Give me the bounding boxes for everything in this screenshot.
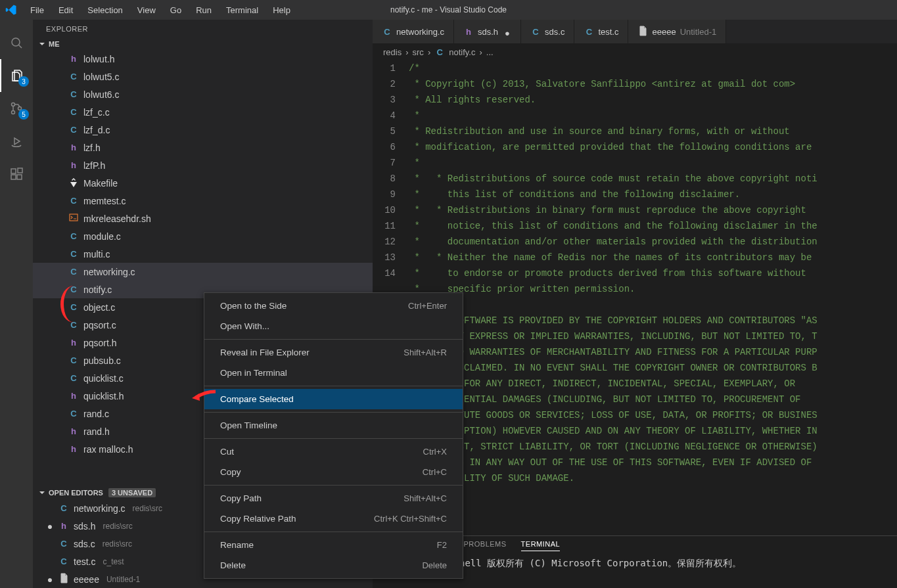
c-file-icon: C: [68, 107, 79, 117]
c-file-icon: C: [584, 27, 594, 37]
file-name-label: memtest.c: [83, 196, 126, 206]
breadcrumb-separator-icon: ›: [479, 47, 482, 57]
context-menu-item[interactable]: Reveal in File ExplorerShift+Alt+R: [204, 342, 463, 363]
c-file-icon: C: [68, 409, 79, 418]
annotation-red-arc: [60, 286, 87, 323]
file-item[interactable]: Cmodule.c: [33, 227, 373, 245]
context-menu-item[interactable]: Open to the SideCtrl+Enter: [204, 296, 463, 316]
file-name-label: lolwut5.c: [83, 72, 119, 82]
context-menu-separator: [204, 386, 463, 386]
c-file-icon: C: [58, 503, 69, 513]
menu-file[interactable]: File: [24, 3, 51, 18]
editor-tab[interactable]: hsds.h●: [454, 20, 521, 43]
svg-line-1: [19, 45, 22, 49]
code-content[interactable]: /* * Copyright (c) 2013, Salvatore Sanfi…: [409, 60, 897, 535]
context-menu-separator: [204, 485, 463, 486]
c-file-icon: C: [434, 47, 445, 57]
editor-tab[interactable]: Csds.c: [521, 20, 574, 43]
c-file-icon: C: [58, 556, 69, 566]
open-editor-path: redis\src: [103, 522, 132, 531]
terminal-tab-terminal[interactable]: TERMINAL: [521, 540, 561, 551]
file-item[interactable]: hlolwut.h: [33, 50, 373, 68]
breadcrumb-item[interactable]: redis: [383, 47, 402, 57]
breadcrumb-separator-icon: ›: [428, 47, 430, 57]
tab-label: sds.c: [545, 27, 564, 37]
file-item[interactable]: Cnetworking.c: [33, 263, 373, 281]
file-icon: [637, 26, 648, 38]
c-file-icon: C: [68, 196, 79, 206]
context-menu-label: Copy Path: [220, 493, 262, 503]
context-menu-item[interactable]: Compare Selected: [204, 389, 463, 409]
context-menu-item[interactable]: RenameF2: [204, 535, 463, 555]
file-name-label: pqsort.c: [83, 320, 116, 330]
menu-go[interactable]: Go: [164, 3, 188, 18]
file-item[interactable]: Clzf_d.c: [33, 121, 373, 139]
c-file-icon: C: [68, 355, 79, 365]
file-item[interactable]: mkreleasehdr.sh: [33, 210, 373, 227]
open-editor-path: redis\src: [103, 539, 132, 549]
menu-view[interactable]: View: [131, 3, 162, 18]
menu-terminal[interactable]: Terminal: [219, 3, 265, 18]
window-title: notify.c - me - Visual Studio Code: [390, 5, 507, 14]
file-item[interactable]: hlzf.h: [33, 139, 373, 156]
context-menu-item[interactable]: Copy Relative PathCtrl+K Ctrl+Shift+C: [204, 509, 463, 529]
breadcrumbs[interactable]: redis›src›Cnotify.c›...: [373, 43, 897, 60]
activity-search-icon[interactable]: [0, 26, 33, 59]
tab-label: networking.c: [396, 27, 444, 37]
context-menu-label: Open Timeline: [220, 420, 277, 430]
c-file-icon: C: [68, 249, 79, 259]
h-file-icon: h: [68, 160, 79, 170]
file-item[interactable]: Cmemtest.c: [33, 192, 373, 210]
file-item[interactable]: Makefile: [33, 174, 373, 192]
sh-file-icon: [68, 212, 79, 225]
menu-selection[interactable]: Selection: [81, 3, 129, 18]
menu-run[interactable]: Run: [189, 3, 218, 18]
context-menu-shortcut: F2: [437, 540, 447, 550]
sidebar-section-me[interactable]: ME: [33, 38, 373, 50]
editor-tab[interactable]: Cnetworking.c: [373, 20, 454, 43]
h-file-icon: h: [463, 27, 474, 37]
terminal-tab-problems[interactable]: PROBLEMS: [463, 540, 506, 551]
tab-path: Untitled-1: [680, 27, 717, 37]
file-name-label: lolwut6.c: [83, 89, 119, 100]
activity-explorer-icon[interactable]: 3: [0, 59, 33, 92]
file-name-label: module.c: [83, 231, 121, 242]
file-icon: [58, 573, 69, 585]
editor-tab[interactable]: eeeeeUntitled-1: [628, 20, 726, 43]
context-menu-item[interactable]: Open in Terminal: [204, 363, 463, 383]
context-menu-label: Rename: [220, 540, 254, 550]
editor-tab[interactable]: Ctest.c: [574, 20, 628, 43]
context-menu-shortcut: Shift+Alt+C: [403, 493, 447, 503]
tab-label: test.c: [598, 27, 618, 37]
context-menu-item[interactable]: DeleteDelete: [204, 555, 463, 576]
file-item[interactable]: Clolwut6.c: [33, 85, 373, 103]
breadcrumb-item[interactable]: src: [413, 47, 424, 57]
file-name-label: networking.c: [83, 267, 135, 277]
file-item[interactable]: Clzf_c.c: [33, 103, 373, 121]
context-menu-item[interactable]: CopyCtrl+C: [204, 462, 463, 482]
open-editor-name: networking.c: [74, 503, 126, 514]
activity-extensions-icon[interactable]: [0, 158, 33, 191]
activity-scm-icon[interactable]: 5: [0, 92, 33, 125]
menu-edit[interactable]: Edit: [52, 3, 80, 18]
file-item[interactable]: hlzfP.h: [33, 156, 373, 174]
context-menu-label: Open With...: [220, 321, 269, 331]
file-name-label: lzfP.h: [83, 160, 105, 171]
context-menu-item[interactable]: Open Timeline: [204, 415, 463, 436]
context-menu: Open to the SideCtrl+EnterOpen With...Re…: [204, 292, 463, 579]
activity-debug-icon[interactable]: [0, 125, 33, 158]
context-menu-item[interactable]: CutCtrl+X: [204, 441, 463, 462]
context-menu-label: Open to the Side: [220, 301, 287, 311]
context-menu-label: Delete: [220, 560, 246, 570]
file-name-label: notify.c: [83, 284, 112, 295]
menu-help[interactable]: Help: [266, 3, 297, 18]
context-menu-item[interactable]: Open With...: [204, 316, 463, 336]
breadcrumb-item[interactable]: notify.c: [449, 47, 475, 57]
open-editor-name: eeeee: [74, 574, 99, 585]
context-menu-item[interactable]: Copy PathShift+Alt+C: [204, 488, 463, 509]
file-item[interactable]: Clolwut5.c: [33, 68, 373, 85]
file-name-label: lzf_d.c: [83, 125, 110, 135]
context-menu-shortcut: Ctrl+Enter: [408, 301, 447, 311]
file-item[interactable]: Cmulti.c: [33, 245, 373, 263]
breadcrumb-item[interactable]: ...: [486, 47, 494, 57]
